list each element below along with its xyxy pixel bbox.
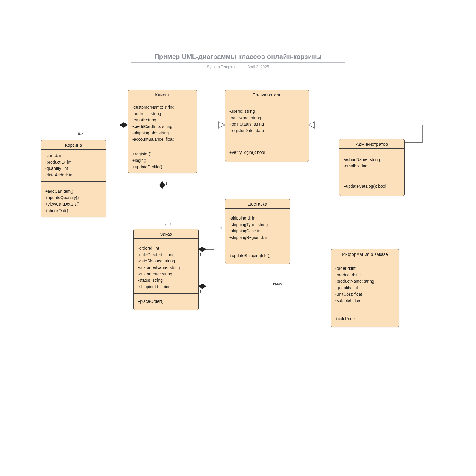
class-operations: +updateShippingInfo(): [225, 248, 290, 264]
attr: -dateShipped: string: [138, 258, 194, 264]
class-box-user: Пользователь -userId: string -password: …: [225, 90, 309, 162]
class-attributes: -orderId: int -dateCreated: string -date…: [134, 239, 198, 294]
attr: -shippingId: string: [138, 284, 194, 290]
multiplicity-label: 0..*: [165, 223, 171, 227]
attr: -email: string: [132, 117, 192, 123]
class-title: Информация о заказе: [331, 249, 399, 259]
class-operations: +register() +login() +updateProfile(): [128, 146, 197, 173]
attr: -customerName: string: [138, 264, 194, 271]
attr: -quantity: int: [335, 285, 395, 291]
header-block: Пример UML-диаграммы классов онлайн-корз…: [131, 53, 345, 69]
class-title: Заказ: [134, 229, 198, 239]
class-operations: +updateCatalog(): bool: [339, 177, 404, 196]
attr: -userId: string: [229, 108, 304, 115]
class-box-orderinfo: Информация о заказе -orderId:int -produc…: [331, 249, 399, 327]
attr: -creditCardInfo: string: [132, 123, 192, 130]
op: +verifyLogin(): bool: [229, 149, 304, 156]
attr: -address: string: [132, 111, 192, 117]
composition-diamond-icon: [198, 247, 206, 252]
op: +updateCatalog(): bool: [344, 183, 400, 190]
op: +checkOut(): [45, 208, 102, 214]
class-title: Пользователь: [225, 90, 309, 99]
composition-diamond-icon: [198, 284, 206, 289]
attr: -accountBalance: float: [132, 136, 192, 143]
op: +updateShippingInfo(): [229, 253, 286, 259]
attr: -shippingType: string: [229, 222, 286, 228]
class-title: Доставка: [225, 199, 290, 209]
attr: -subtotal: float: [335, 298, 395, 304]
association-label: имеет: [273, 281, 284, 286]
diagram-canvas: Пример UML-диаграммы классов онлайн-корз…: [0, 0, 476, 476]
attr: -dateAdded: int: [45, 172, 102, 178]
composition-diamond-icon: [120, 122, 128, 128]
attr: -loginStatus: string: [229, 121, 304, 128]
attr: -productName: string: [335, 278, 395, 285]
op: +placeOrder(): [138, 298, 194, 305]
class-title: Администратор: [339, 139, 404, 149]
op: +register(): [132, 151, 192, 157]
attr: -customerName: string: [132, 104, 192, 111]
attr: -cartId: int: [45, 153, 102, 159]
class-attributes: -userId: string -password: string -login…: [225, 99, 309, 143]
attr: -status: string: [138, 277, 194, 284]
class-operations: +addCartItem() +updateQuantity() +viewCa…: [41, 182, 106, 217]
class-box-cart: Корзина -cartId: int -productID: int -qu…: [41, 140, 106, 217]
class-operations: +placeOrder(): [134, 294, 198, 310]
attr: -customerId: string: [138, 271, 194, 278]
attr: -dateCreated: string: [138, 252, 194, 258]
class-attributes: -adminName: string -email: string: [339, 149, 404, 177]
op: +login(): [132, 157, 192, 164]
class-attributes: -cartId: int -productID: int -quantity: …: [41, 150, 106, 182]
attr: -registerDate: date: [229, 128, 304, 134]
class-box-order: Заказ -orderId: int -dateCreated: string…: [133, 229, 199, 310]
attr: -shippingId: int: [229, 215, 286, 222]
composition-diamond-icon: [159, 181, 165, 189]
class-operations: +verifyLogin(): bool: [225, 143, 309, 162]
multiplicity-label: 1: [125, 119, 127, 123]
attr: -orderId: int: [138, 245, 194, 252]
op: +calcPrice: [335, 316, 395, 322]
multiplicity-label: 1: [220, 226, 222, 230]
attr: -orderId:int: [335, 265, 395, 272]
attr: -shippingInfo: string: [132, 130, 192, 137]
attr: -unitCost: float: [335, 291, 395, 298]
attr: -shippingRegionId: int: [229, 234, 286, 241]
class-title: Клиент: [128, 90, 197, 99]
class-operations: +calcPrice: [331, 311, 399, 327]
multiplicity-label: 1: [326, 280, 328, 284]
subtitle-separator: |: [242, 65, 243, 69]
multiplicity-label: 0..*: [78, 132, 84, 136]
subtitle-date: April 3, 2025: [247, 65, 269, 69]
hollow-arrow-icon: [308, 122, 315, 128]
class-title: Корзина: [41, 140, 106, 150]
attr: -shippingCost: int: [229, 228, 286, 234]
attr: -password: string: [229, 115, 304, 121]
class-attributes: -customerName: string -address: string -…: [128, 99, 197, 146]
class-box-client: Клиент -customerName: string -address: s…: [128, 90, 197, 173]
op: +updateProfile(): [132, 164, 192, 170]
multiplicity-label: 1: [199, 290, 201, 294]
attr: -adminName: string: [344, 156, 400, 163]
attr: -productId: int: [335, 272, 395, 278]
hollow-arrow-icon: [218, 122, 225, 128]
multiplicity-label: 1: [165, 181, 167, 186]
op: +updateQuantity(): [45, 195, 102, 201]
multiplicity-label: 1: [199, 253, 201, 257]
subtitle-author: System Templates: [207, 65, 239, 69]
class-box-admin: Администратор -adminName: string -email:…: [339, 139, 405, 196]
attr: -quantity: int: [45, 165, 102, 172]
op: +viewCartDetails(): [45, 201, 102, 208]
title-divider: [131, 62, 345, 63]
attr: -productID: int: [45, 159, 102, 166]
class-box-shipping: Доставка -shippingId: int -shippingType:…: [225, 199, 290, 264]
attr: -email: string: [344, 163, 400, 170]
diagram-subtitle: System Templates | April 3, 2025: [131, 65, 345, 69]
diagram-title: Пример UML-диаграммы классов онлайн-корз…: [131, 53, 345, 62]
class-attributes: -shippingId: int -shippingType: string -…: [225, 209, 290, 248]
op: +addCartItem(): [45, 188, 102, 195]
connector: [206, 232, 225, 249]
class-attributes: -orderId:int -productId: int -productNam…: [331, 259, 399, 311]
